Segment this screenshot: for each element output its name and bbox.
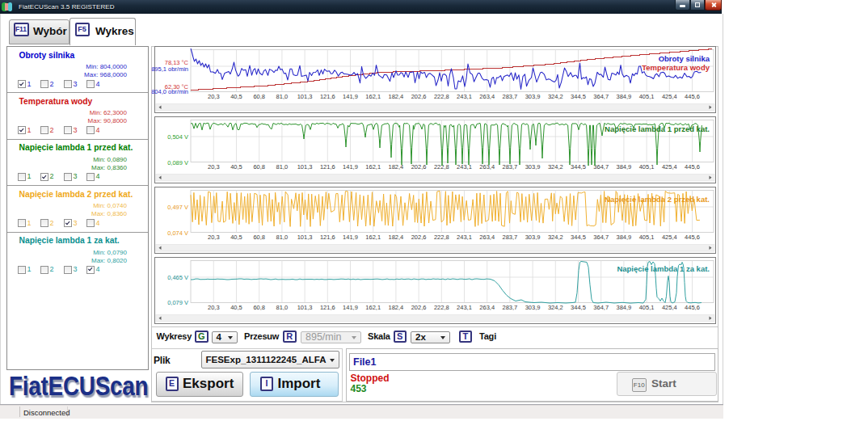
svg-text:60,8: 60,8 [253, 163, 265, 171]
svg-text:222,8: 222,8 [434, 163, 449, 171]
svg-text:263,4: 263,4 [479, 163, 495, 171]
svg-text:121,6: 121,6 [320, 163, 335, 171]
svg-text:Temperatura wody: Temperatura wody [642, 63, 710, 72]
svg-text:384,9: 384,9 [617, 93, 632, 100]
svg-text:445,6: 445,6 [685, 93, 700, 100]
svg-text:324,2: 324,2 [548, 93, 563, 100]
svg-text:263,4: 263,4 [479, 303, 495, 310]
svg-text:425,4: 425,4 [662, 93, 677, 100]
svg-text:121,6: 121,6 [320, 234, 335, 241]
svg-text:384,9: 384,9 [617, 234, 632, 241]
svg-text:81,0: 81,0 [276, 93, 289, 100]
svg-text:222,8: 222,8 [434, 93, 449, 100]
svg-text:141,9: 141,9 [343, 93, 358, 100]
svg-text:40,5: 40,5 [230, 303, 242, 310]
svg-text:303,9: 303,9 [525, 303, 541, 310]
svg-text:101,3: 101,3 [297, 303, 313, 310]
svg-text:182,4: 182,4 [389, 93, 404, 100]
svg-text:60,8: 60,8 [253, 303, 265, 310]
svg-text:81,0: 81,0 [276, 234, 289, 241]
svg-text:Napięcie lambda 1 za kat.: Napięcie lambda 1 za kat. [617, 264, 710, 273]
svg-text:263,4: 263,4 [479, 234, 495, 241]
svg-text:101,3: 101,3 [297, 163, 313, 171]
svg-text:283,7: 283,7 [503, 303, 518, 310]
svg-text:162,1: 162,1 [365, 93, 381, 100]
svg-text:101,3: 101,3 [297, 234, 313, 241]
svg-text:121,6: 121,6 [320, 93, 335, 100]
svg-text:20,3: 20,3 [208, 234, 220, 241]
svg-text:303,9: 303,9 [525, 93, 541, 100]
svg-text:425,4: 425,4 [662, 234, 677, 241]
svg-text:243,1: 243,1 [457, 303, 472, 310]
svg-text:141,9: 141,9 [343, 303, 358, 310]
svg-text:445,6: 445,6 [685, 163, 700, 171]
svg-text:81,0: 81,0 [276, 163, 289, 171]
svg-text:364,7: 364,7 [593, 234, 609, 241]
svg-text:202,6: 202,6 [411, 163, 427, 171]
svg-text:283,7: 283,7 [503, 93, 518, 100]
svg-text:445,6: 445,6 [685, 234, 700, 241]
svg-text:303,9: 303,9 [525, 163, 541, 171]
svg-text:Obroty silnika: Obroty silnika [659, 54, 710, 63]
svg-text:344,5: 344,5 [571, 234, 586, 241]
svg-text:425,4: 425,4 [662, 163, 677, 171]
svg-text:141,9: 141,9 [343, 234, 358, 241]
svg-text:384,9: 384,9 [617, 303, 632, 310]
svg-text:20,3: 20,3 [208, 163, 220, 171]
svg-text:445,6: 445,6 [685, 303, 700, 310]
svg-text:344,5: 344,5 [571, 93, 586, 100]
svg-text:425,4: 425,4 [662, 303, 677, 310]
svg-text:182,4: 182,4 [389, 234, 404, 241]
svg-text:141,9: 141,9 [343, 163, 358, 171]
svg-text:344,5: 344,5 [571, 303, 586, 310]
svg-text:263,4: 263,4 [479, 93, 495, 100]
svg-text:303,9: 303,9 [525, 234, 541, 241]
svg-text:182,4: 182,4 [389, 303, 404, 310]
svg-text:202,6: 202,6 [411, 303, 427, 310]
svg-text:364,7: 364,7 [593, 303, 609, 310]
svg-text:20,3: 20,3 [208, 303, 220, 310]
svg-text:121,6: 121,6 [320, 303, 335, 310]
svg-text:81,0: 81,0 [276, 303, 289, 310]
svg-text:344,5: 344,5 [571, 163, 586, 171]
svg-text:60,8: 60,8 [253, 93, 265, 100]
svg-text:364,7: 364,7 [593, 93, 609, 100]
svg-text:243,1: 243,1 [457, 93, 472, 100]
svg-text:101,3: 101,3 [297, 93, 313, 100]
svg-text:364,7: 364,7 [593, 163, 609, 171]
svg-text:162,1: 162,1 [365, 234, 381, 241]
svg-text:Napięcie lambda 2 przed kat.: Napięcie lambda 2 przed kat. [605, 195, 710, 204]
svg-text:20,3: 20,3 [208, 93, 220, 100]
svg-text:405,1: 405,1 [639, 93, 655, 100]
svg-text:405,1: 405,1 [639, 163, 655, 171]
svg-text:40,5: 40,5 [230, 93, 242, 100]
svg-text:324,2: 324,2 [548, 163, 563, 171]
svg-text:405,1: 405,1 [639, 234, 655, 241]
svg-text:324,2: 324,2 [548, 303, 563, 310]
svg-text:40,5: 40,5 [230, 163, 242, 171]
svg-text:Napięcie lambda 1 przed kat.: Napięcie lambda 1 przed kat. [605, 124, 710, 133]
svg-text:405,1: 405,1 [639, 303, 655, 310]
svg-text:243,1: 243,1 [457, 234, 472, 241]
svg-text:60,8: 60,8 [253, 234, 265, 241]
svg-text:243,1: 243,1 [457, 163, 472, 171]
svg-text:222,8: 222,8 [434, 303, 449, 310]
svg-text:222,8: 222,8 [434, 234, 449, 241]
svg-text:40,5: 40,5 [230, 234, 242, 241]
svg-text:324,2: 324,2 [548, 234, 563, 241]
svg-text:162,1: 162,1 [365, 303, 381, 310]
svg-text:202,6: 202,6 [411, 234, 427, 241]
svg-text:384,9: 384,9 [617, 163, 632, 171]
svg-text:283,7: 283,7 [503, 234, 518, 241]
svg-text:202,6: 202,6 [411, 93, 427, 100]
svg-text:162,1: 162,1 [365, 163, 381, 171]
